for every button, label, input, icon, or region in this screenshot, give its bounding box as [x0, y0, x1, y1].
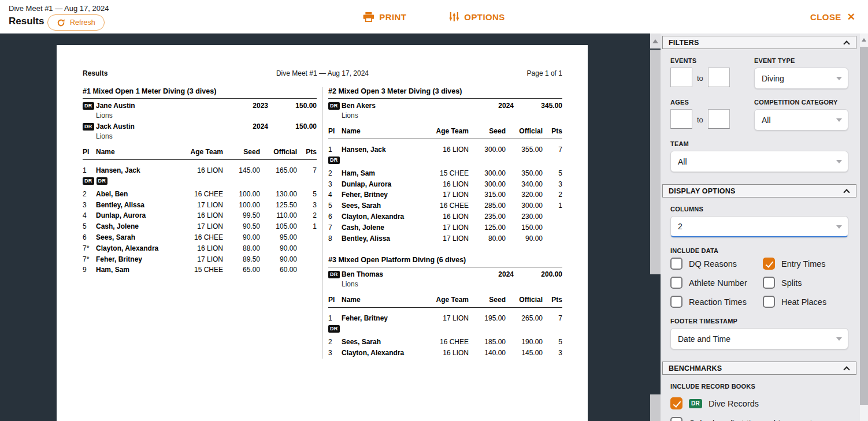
record-year: 2023 — [236, 101, 268, 111]
result-row: 3 Dunlap, Aurora 16 LION 300.00 340.00 3 — [328, 179, 562, 190]
footer-timestamp-select[interactable]: Date and Time — [670, 328, 848, 349]
col-pl: Pl — [328, 296, 342, 304]
viewer-area: Results Dive Meet #1 — Aug 17, 2024 Page… — [0, 33, 868, 421]
dive-record-badge: DR — [328, 102, 340, 110]
chevron-down-icon — [836, 118, 842, 122]
print-button[interactable]: PRINT — [363, 12, 406, 22]
scroll-up-button[interactable] — [650, 33, 661, 49]
refresh-icon — [57, 18, 65, 27]
checkbox-unchecked[interactable] — [763, 277, 775, 289]
checkbox-dive-records[interactable]: DR Dive Records — [670, 397, 848, 409]
options-label: OPTIONS — [464, 12, 505, 22]
record-holder-name: Jack Austin — [96, 122, 236, 132]
refresh-button[interactable]: Refresh — [47, 14, 105, 31]
checkbox-unchecked[interactable] — [670, 277, 682, 289]
checkbox-unchecked[interactable] — [670, 296, 682, 308]
include-data-checkboxes: DQ Reasons Entry Times Athlete Number Sp… — [670, 258, 848, 308]
result-row: 2 Sees, Sarah 16 CHEE 185.00 190.00 5 — [328, 337, 562, 348]
checkbox-unchecked[interactable] — [670, 417, 682, 421]
col-pts: Pts — [543, 127, 562, 135]
scroll-up-button[interactable] — [860, 33, 868, 46]
result-row: 7 Cash, Jolene 17 LION 125.00 150.00 — [328, 222, 562, 233]
ages-to-input[interactable] — [708, 109, 730, 129]
result-row: 2 Abel, Ben 16 CHEE 100.00 130.00 5 — [83, 189, 317, 200]
col-name: Name — [342, 296, 424, 304]
options-button[interactable]: OPTIONS — [449, 12, 505, 22]
scroll-up-icon — [862, 38, 866, 42]
row-record-badges: DR — [328, 157, 562, 164]
record-year: 2024 — [481, 101, 514, 111]
result-row: 3 Bentley, Alissa 17 LION 100.00 125.50 … — [83, 200, 317, 211]
columns-value: 2 — [678, 222, 682, 231]
result-row: 4 Dunlap, Aurora 16 LION 99.50 110.00 2 — [83, 210, 317, 221]
competition-category-select[interactable]: All — [754, 109, 848, 131]
columns-select[interactable]: 2 — [670, 216, 848, 237]
competition-category-label: COMPETITION CATEGORY — [754, 99, 848, 106]
chevron-down-icon — [836, 77, 842, 80]
benchmarks-section-header[interactable]: BENCHMARKS — [662, 362, 856, 375]
chevron-up-icon — [843, 40, 850, 47]
record-team: Lions — [342, 111, 562, 120]
print-label: PRINT — [379, 12, 406, 22]
record-team: Lions — [342, 280, 562, 289]
footer-timestamp-value: Date and Time — [678, 334, 730, 344]
team-value: All — [678, 157, 687, 166]
team-label: TEAM — [670, 140, 848, 147]
record-team: Lions — [96, 111, 317, 120]
record-holder-name: Ben Akers — [342, 101, 481, 111]
scrollbar-thumb[interactable] — [860, 47, 868, 405]
result-row: 8 Bentley, Alissa 17 LION 80.00 90.00 — [328, 233, 562, 244]
checkbox-splits[interactable]: Splits — [763, 277, 848, 289]
results-table: 1 Hansen, Jack 16 LION 300.00 355.00 7 D… — [328, 139, 562, 244]
include-data-label: INCLUDE DATA — [670, 247, 848, 254]
dive-record-badge: DR — [328, 271, 340, 278]
event-records: DR Ben Akers 2024 345.00 Lions — [328, 101, 562, 120]
result-row: 7* Feher, Britney 17 LION 89.50 90.00 — [83, 254, 317, 265]
team-select[interactable]: All — [670, 151, 848, 172]
event-section-2: #2 Mixed Open 3 Meter Diving (3 dives) D… — [328, 87, 562, 244]
dive-record-badge-green: DR — [689, 399, 702, 408]
checkbox-checked[interactable] — [670, 397, 682, 409]
checkbox-athlete-number[interactable]: Athlete Number — [670, 277, 763, 289]
scroll-up-icon — [652, 39, 658, 43]
dive-record-badge: DR — [83, 102, 94, 110]
record-year: 2024 — [236, 122, 268, 132]
record-value: 345.00 — [514, 101, 562, 111]
results-table-header: Pl Name Age Team Seed Official Pts — [328, 296, 562, 308]
benchmarks-title: BENCHMARKS — [669, 364, 722, 372]
scrollbar-thumb[interactable] — [650, 50, 661, 274]
checkbox-first-time-achievements[interactable]: Only show first-time achievements — [670, 417, 848, 421]
chevron-down-icon — [836, 337, 842, 341]
events-to-input[interactable] — [708, 68, 730, 87]
benchmarks-section-body: INCLUDE RECORD BOOKS DR Dive Records Onl… — [661, 375, 860, 421]
page-title: Results — [9, 16, 44, 27]
event-type-select[interactable]: Diving — [754, 68, 848, 89]
display-options-section-body: COLUMNS 2 INCLUDE DATA DQ Reasons Entry … — [661, 198, 860, 359]
event-title: #3 Mixed Open Platform Diving (6 dives) — [328, 256, 562, 267]
display-options-title: DISPLAY OPTIONS — [669, 187, 736, 195]
col-name: Name — [96, 148, 178, 156]
display-options-section-header[interactable]: DISPLAY OPTIONS — [662, 184, 856, 198]
checkbox-unchecked[interactable] — [670, 258, 682, 270]
ages-from-input[interactable] — [670, 109, 692, 129]
close-button[interactable]: CLOSE ✕ — [810, 0, 855, 33]
result-row: 1 Hansen, Jack 16 LION 145.00 165.00 7 — [83, 165, 317, 176]
checkbox-heat-places[interactable]: Heat Places — [763, 296, 848, 308]
events-from-input[interactable] — [670, 68, 692, 87]
panel-left-scrollbar — [650, 33, 661, 421]
checkbox-unchecked[interactable] — [763, 296, 775, 308]
result-row: 2 Ham, Sam 15 CHEE 300.00 350.00 5 — [328, 168, 562, 179]
record-year: 2024 — [481, 270, 514, 280]
checkbox-checked[interactable] — [763, 258, 775, 270]
record-row: DR Ben Akers 2024 345.00 — [328, 101, 562, 111]
scrollbar-track-bottom[interactable] — [650, 394, 661, 421]
checkbox-dq-reasons[interactable]: DQ Reasons — [670, 258, 763, 270]
filters-section-header[interactable]: FILTERS — [662, 36, 856, 49]
event-title: #1 Mixed Open 1 Meter Diving (3 dives) — [83, 87, 317, 99]
filters-title: FILTERS — [669, 39, 699, 47]
event-section-3: #3 Mixed Open Platform Diving (6 dives) … — [328, 256, 562, 358]
col-pl: Pl — [328, 127, 342, 135]
checkbox-reaction-times[interactable]: Reaction Times — [670, 296, 763, 308]
checkbox-entry-times[interactable]: Entry Times — [763, 258, 848, 270]
results-table: 1 Hansen, Jack 16 LION 145.00 165.00 7 D… — [83, 160, 317, 275]
